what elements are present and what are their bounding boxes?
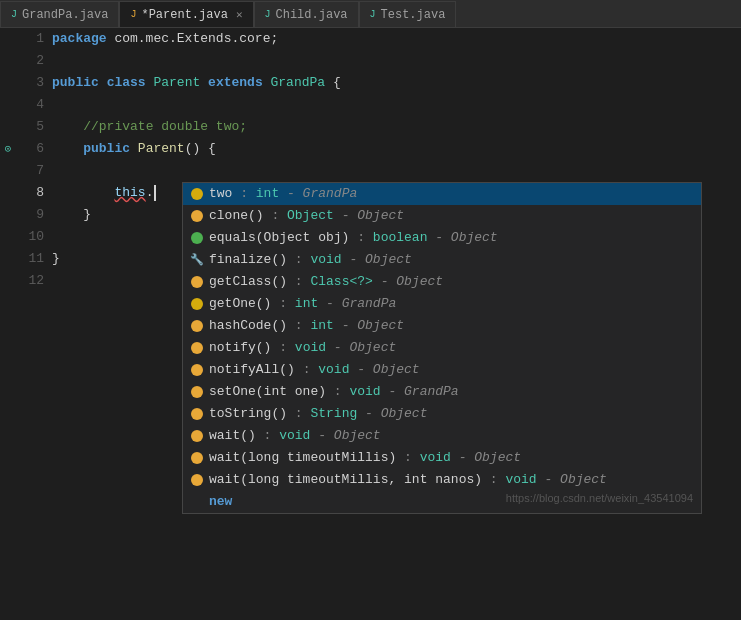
code-line-6: public Parent() { [52, 138, 741, 160]
ac-item-5[interactable]: getOne() : int - GrandPa [183, 293, 701, 315]
ac-item-11[interactable]: wait() : void - Object [183, 425, 701, 447]
editor-area: ⊙ 1 2 3 4 5 6 7 8 9 10 11 12 package com… [0, 28, 741, 620]
tab-parent-close[interactable]: ✕ [236, 8, 243, 21]
line-num-9: 9 [16, 204, 44, 226]
line-num-2: 2 [16, 50, 44, 72]
ac-icon-5 [191, 298, 203, 310]
ac-item-10[interactable]: toString() : String - Object [183, 403, 701, 425]
ac-item-3[interactable]: 🔧 finalize() : void - Object [183, 249, 701, 271]
cursor [154, 185, 156, 201]
code-line-5: //private double two; [52, 116, 741, 138]
watermark: https://blog.csdn.net/weixin_43541094 [506, 487, 693, 509]
ac-item-14[interactable]: new https://blog.csdn.net/weixin_4354109… [183, 491, 701, 513]
ac-icon-7 [191, 342, 203, 354]
ac-item-0[interactable]: two : int - GrandPa [183, 183, 701, 205]
code-line-2 [52, 50, 741, 72]
code-line-7 [52, 160, 741, 182]
ac-icon-1 [191, 210, 203, 222]
tab-child-label: Child.java [276, 8, 348, 22]
tab-parent-label: *Parent.java [141, 8, 227, 22]
ac-item-6[interactable]: hashCode() : int - Object [183, 315, 701, 337]
tab-parent[interactable]: J *Parent.java ✕ [119, 1, 253, 27]
line-num-8: 8 [16, 182, 44, 204]
ac-item-1[interactable]: clone() : Object - Object [183, 205, 701, 227]
ac-icon-12 [191, 452, 203, 464]
code-line-3: public class Parent extends GrandPa { [52, 72, 741, 94]
ac-icon-0 [191, 188, 203, 200]
line-num-3: 3 [16, 72, 44, 94]
ac-icon-13 [191, 474, 203, 486]
ac-item-9[interactable]: setOne(int one) : void - GrandPa [183, 381, 701, 403]
override-icon: ⊙ [0, 138, 16, 160]
tab-child[interactable]: J Child.java [254, 1, 359, 27]
line-num-6: 6 [16, 138, 44, 160]
line-num-12: 12 [16, 270, 44, 292]
tab-grandpa[interactable]: J GrandPa.java [0, 1, 119, 27]
code-line-4 [52, 94, 741, 116]
line-num-11: 11 [16, 248, 44, 270]
ac-item-2[interactable]: equals(Object obj) : boolean - Object [183, 227, 701, 249]
line-num-5: 5 [16, 116, 44, 138]
ac-icon-11 [191, 430, 203, 442]
ac-icon-2 [191, 232, 203, 244]
tab-test[interactable]: J Test.java [359, 1, 457, 27]
ac-icon-3: 🔧 [191, 254, 203, 266]
ac-icon-6 [191, 320, 203, 332]
tab-bar: J GrandPa.java J *Parent.java ✕ J Child.… [0, 0, 741, 28]
line-num-7: 7 [16, 160, 44, 182]
ac-item-7[interactable]: notify() : void - Object [183, 337, 701, 359]
ac-icon-8 [191, 364, 203, 376]
code-line-1: package com.mec.Extends.core; [52, 28, 741, 50]
line-num-1: 1 [16, 28, 44, 50]
line-num-4: 4 [16, 94, 44, 116]
autocomplete-dropdown[interactable]: two : int - GrandPa clone() : Object - O… [182, 182, 702, 514]
gutter-column: ⊙ [0, 28, 16, 620]
tab-grandpa-label: GrandPa.java [22, 8, 108, 22]
line-numbers: 1 2 3 4 5 6 7 8 9 10 11 12 [16, 28, 52, 620]
ac-icon-4 [191, 276, 203, 288]
ac-item-4[interactable]: getClass() : Class<?> - Object [183, 271, 701, 293]
ac-icon-9 [191, 386, 203, 398]
tab-test-label: Test.java [381, 8, 446, 22]
ac-item-8[interactable]: notifyAll() : void - Object [183, 359, 701, 381]
line-num-10: 10 [16, 226, 44, 248]
ac-item-12[interactable]: wait(long timeoutMillis) : void - Object [183, 447, 701, 469]
code-area[interactable]: package com.mec.Extends.core; public cla… [52, 28, 741, 620]
ac-icon-10 [191, 408, 203, 420]
